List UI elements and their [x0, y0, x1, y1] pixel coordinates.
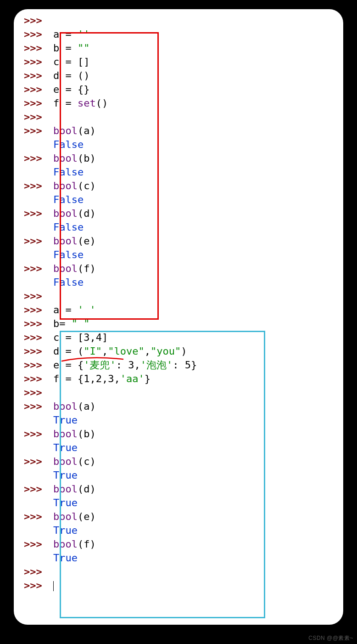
token-str: ""	[78, 42, 90, 54]
code-line: >>>bool(a)	[14, 400, 343, 413]
repl-input	[50, 579, 343, 593]
repl-output: False	[50, 220, 343, 234]
repl-output: False	[50, 276, 343, 289]
code-line: >>>bool(e)	[14, 510, 343, 524]
repl-input: bool(c)	[50, 455, 343, 469]
token-bool: False	[53, 194, 84, 205]
code-line: False	[14, 220, 343, 234]
repl-prompt: >>>	[14, 317, 50, 331]
code-line: >>>f = {1,2,3,'aa'}	[14, 372, 343, 386]
token-var: }	[145, 373, 151, 384]
token-var: ,	[114, 373, 120, 384]
code-line: >>>e = {}	[14, 83, 343, 96]
repl-output: True	[50, 551, 343, 565]
code-line: >>>a = ''	[14, 28, 343, 41]
repl-input: bool(d)	[50, 482, 343, 496]
repl-prompt: >>>	[14, 207, 50, 220]
code-line: >>>	[14, 579, 343, 593]
repl-input: bool(b)	[50, 427, 343, 441]
repl-input: f = {1,2,3,'aa'}	[50, 372, 343, 386]
token-var: (d)	[78, 483, 96, 495]
token-var: e = {	[53, 359, 84, 371]
repl-input: c = [3,4]	[50, 331, 343, 345]
repl-input: e = {}	[50, 83, 343, 96]
terminal-panel[interactable]: >>>>>>a = ''>>>b = "">>>c = []>>>d = ()>…	[14, 9, 343, 625]
token-bool: True	[53, 552, 78, 564]
repl-prompt: >>>	[14, 331, 50, 345]
code-line: >>>bool(f)	[14, 262, 343, 276]
code-line: False	[14, 276, 343, 289]
repl-prompt: >>>	[14, 427, 50, 441]
token-var: a =	[53, 28, 78, 40]
token-bool: True	[53, 442, 78, 453]
text-cursor	[53, 581, 54, 591]
repl-input: e = {'麦兜': 3,'泡泡': 5}	[50, 358, 343, 372]
code-line: >>>bool(d)	[14, 482, 343, 496]
code-line: >>>f = set()	[14, 96, 343, 110]
repl-prompt: >>>	[14, 400, 50, 413]
token-var: (d)	[78, 208, 96, 219]
token-fn: bool	[53, 483, 78, 495]
token-bool: True	[53, 525, 78, 536]
token-str: "you"	[151, 345, 181, 357]
repl-prompt: >>>	[14, 565, 50, 579]
repl-output: True	[50, 524, 343, 537]
token-fn: bool	[53, 208, 78, 219]
code-line: False	[14, 248, 343, 262]
repl-output: True	[50, 496, 343, 510]
token-var: (f)	[78, 538, 96, 550]
token-var: ,	[134, 359, 140, 371]
token-var: ,	[145, 345, 151, 357]
repl-input: b = ""	[50, 41, 343, 55]
token-var: b=	[53, 318, 72, 329]
code-line: >>>	[14, 110, 343, 124]
code-line: >>>bool(a)	[14, 124, 343, 138]
code-line: >>>b= " "	[14, 317, 343, 331]
token-bool: False	[53, 249, 84, 260]
repl-input: b= " "	[50, 317, 343, 331]
token-var: c = []	[53, 56, 89, 68]
repl-output: False	[50, 165, 343, 179]
repl-input: bool(b)	[50, 152, 343, 165]
code-line: >>>e = {'麦兜': 3,'泡泡': 5}	[14, 358, 343, 372]
code-line: >>>	[14, 386, 343, 400]
repl-prompt: >>>	[14, 579, 50, 593]
token-bool: False	[53, 277, 84, 288]
repl-output: False	[50, 193, 343, 207]
repl-prompt: >>>	[14, 152, 50, 165]
code-line: True	[14, 441, 343, 455]
token-var: ,	[89, 332, 95, 343]
code-line: True	[14, 551, 343, 565]
token-num: 2	[96, 373, 102, 384]
token-var: (a)	[78, 125, 96, 136]
token-var: (b)	[78, 153, 96, 164]
code-line: >>>c = []	[14, 55, 343, 69]
repl-prompt: >>>	[14, 262, 50, 276]
token-num: 3	[84, 332, 89, 343]
token-var: (e)	[78, 235, 96, 247]
repl-input: a = ''	[50, 28, 343, 41]
token-str: "love"	[108, 345, 144, 357]
repl-output: True	[50, 441, 343, 455]
repl-prompt: >>>	[14, 345, 50, 358]
code-line: >>>bool(d)	[14, 207, 343, 220]
token-bool: True	[53, 469, 78, 481]
code-line: False	[14, 165, 343, 179]
token-var: b =	[53, 42, 78, 54]
repl-output: False	[50, 248, 343, 262]
watermark: CSDN @@素素~	[308, 634, 353, 642]
code-line: >>>bool(e)	[14, 234, 343, 248]
code-line: True	[14, 469, 343, 482]
token-fn: bool	[53, 401, 78, 412]
token-var: ]	[102, 332, 108, 343]
repl-prompt: >>>	[14, 83, 50, 96]
repl-prompt: >>>	[14, 386, 50, 400]
token-fn: bool	[53, 263, 78, 274]
token-var: )	[181, 345, 187, 357]
token-fn: bool	[53, 125, 78, 136]
token-var: ,	[102, 345, 108, 357]
code-line: >>>	[14, 565, 343, 579]
repl-input: bool(d)	[50, 207, 343, 220]
repl-input: bool(f)	[50, 537, 343, 551]
token-num: 3	[128, 359, 134, 371]
